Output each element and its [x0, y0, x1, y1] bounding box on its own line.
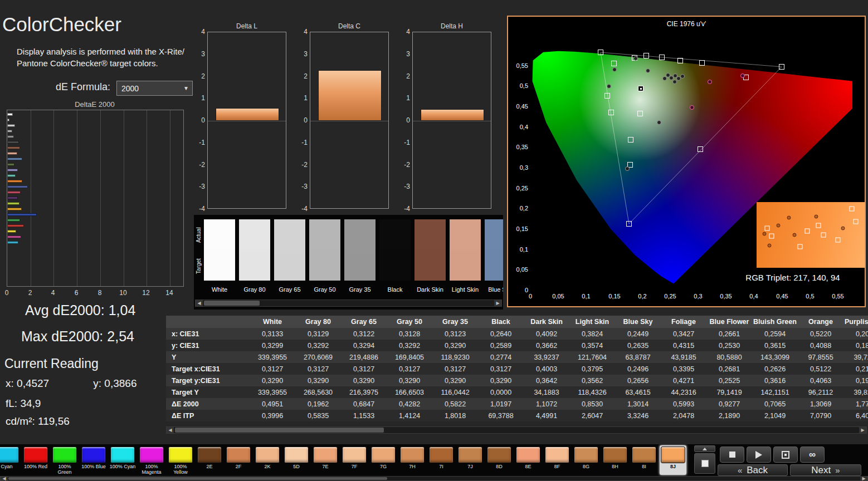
- scroll-right-arrow[interactable]: ▶: [859, 427, 866, 433]
- data-cell: 0,2640: [478, 328, 524, 340]
- axis-tick-label: 4: [396, 28, 410, 36]
- target-button[interactable]: [773, 446, 798, 463]
- axis-tick-label: 14: [161, 289, 178, 297]
- measured-marker: [607, 84, 611, 89]
- play-button[interactable]: [747, 446, 771, 463]
- data-cell: 0,0000: [478, 386, 524, 398]
- swatch-strip-panel: Actual Target WhiteGray 80Gray 65Gray 50…: [194, 215, 503, 310]
- data-cell: 0,2093: [843, 328, 868, 340]
- scroll-thumb[interactable]: [8, 477, 387, 480]
- table-scrollbar[interactable]: ◀▶: [166, 426, 867, 434]
- data-cell: 118,4326: [569, 386, 615, 398]
- data-cell: 1,7704: [843, 398, 868, 410]
- scroll-right-arrow[interactable]: ▶: [494, 300, 501, 306]
- data-cell: 0,3127: [341, 363, 387, 375]
- target-marker: [699, 60, 705, 66]
- data-cell: 97,8555: [798, 351, 843, 363]
- data-cell: 0,4088: [798, 340, 843, 351]
- chart-title: Delta C: [310, 22, 389, 30]
- xy-readout: x: 0,4527 y: 0,3866: [6, 377, 136, 390]
- data-cell: 0,3574: [569, 340, 615, 351]
- measured-marker: [612, 67, 617, 72]
- zero-line: [310, 121, 388, 121]
- axis-tick-label: 0: [396, 116, 410, 124]
- data-cell: 0,3290: [432, 375, 478, 386]
- chart-title: Delta H: [412, 22, 491, 30]
- delta-l-chart: Delta L43210-1-2-3-4: [191, 22, 296, 223]
- x-readout: x: 0,4527: [6, 377, 90, 390]
- data-cell: 0,3127: [387, 363, 432, 375]
- scroll-thumb[interactable]: [204, 301, 260, 306]
- continuous-measure-button[interactable]: ∞: [800, 446, 825, 463]
- target-marker: [698, 146, 703, 152]
- measured-marker: [792, 233, 796, 237]
- axis-tick-label: -1: [293, 139, 308, 146]
- page-scrollbar[interactable]: ◀▶: [0, 476, 868, 481]
- data-cell: 0,5835: [295, 410, 341, 421]
- deltae-bar: [7, 124, 15, 127]
- chart-title: Delta L: [207, 22, 286, 30]
- data-cell: 1,4124: [387, 410, 432, 421]
- deltae-bar: [7, 202, 19, 205]
- measurement-table: WhiteGray 80Gray 65Gray 50Gray 35BlackDa…: [166, 316, 868, 426]
- color-patch: Gray 35: [344, 219, 376, 281]
- axis-tick-label: -2: [293, 161, 308, 169]
- measured-marker: [776, 224, 780, 228]
- data-cell: 0,2774: [478, 351, 524, 363]
- y-value: 0,3866: [104, 377, 136, 389]
- data-cell: 4,4991: [524, 410, 569, 421]
- stop-button[interactable]: [720, 446, 744, 463]
- scroll-thumb[interactable]: [175, 428, 384, 433]
- data-cell: 0,4271: [661, 375, 706, 386]
- target-marker: [849, 206, 854, 211]
- scroll-left-arrow[interactable]: ◀: [196, 300, 203, 306]
- data-cell: 0,3662: [524, 340, 569, 351]
- measured-marker: [625, 166, 630, 171]
- data-cell: 0,3299: [250, 340, 295, 351]
- next-chevron-icon: »: [835, 465, 840, 475]
- dot-icon: [784, 454, 787, 456]
- data-cell: 0,3129: [295, 328, 341, 340]
- column-header: White: [250, 316, 295, 328]
- swatch-strip-scrollbar[interactable]: ◀▶: [195, 300, 502, 307]
- data-cell: 0,2661: [706, 328, 752, 340]
- data-cell: 2,6047: [569, 410, 615, 421]
- data-cell: 1,1072: [524, 398, 569, 410]
- data-cell: 0,3128: [387, 328, 432, 340]
- data-cell: 118,9230: [432, 351, 478, 363]
- axis-tick-label: -3: [191, 183, 205, 190]
- target-swatch: [344, 250, 376, 281]
- back-button[interactable]: « Back: [718, 464, 788, 476]
- data-cell: 6,4021: [843, 410, 868, 421]
- row-label: y: CIE31: [166, 340, 250, 351]
- column-header: Blue Sky: [615, 316, 661, 328]
- data-cell: 63,4615: [615, 386, 661, 398]
- color-patch: White: [204, 219, 235, 281]
- scroll-left-arrow[interactable]: ◀: [167, 427, 174, 433]
- axis-tick-label: 1: [293, 94, 308, 102]
- scroll-up-button[interactable]: [694, 445, 715, 452]
- zero-line: [208, 121, 286, 121]
- actual-swatch: [309, 219, 340, 250]
- data-cell: 0,3290: [432, 340, 478, 351]
- next-button[interactable]: Next »: [790, 464, 861, 476]
- avg-de2000-value: 1,04: [109, 302, 136, 318]
- data-cell: 0,2626: [752, 363, 798, 375]
- color-patch: Blue Sky: [485, 219, 503, 281]
- scroll-left-arrow[interactable]: ◀: [1, 477, 8, 480]
- de-formula-dropdown[interactable]: 2000 ▼: [116, 81, 193, 96]
- colorchecker-window: ColorChecker Display analysis is perform…: [0, 0, 868, 481]
- patch-label: Gray 80: [239, 286, 270, 293]
- rgb-triplet-label: RGB Triplet:: [745, 273, 791, 282]
- pattern-window-button[interactable]: [694, 453, 715, 474]
- axis-tick-label: 0,25: [509, 185, 528, 192]
- scroll-right-arrow[interactable]: ▶: [860, 477, 867, 480]
- swatch-strip: WhiteGray 80Gray 65Gray 50Gray 35BlackDa…: [194, 215, 503, 310]
- cdm2-value: 119,56: [38, 415, 70, 427]
- patch-label: Blue Sky: [485, 286, 503, 293]
- axis-tick-label: -2: [396, 161, 410, 169]
- x-value: 0,4527: [17, 377, 49, 389]
- color-patch: Black: [379, 219, 411, 281]
- axis-tick-label: 0,15: [603, 293, 626, 300]
- deltae-bar: [7, 130, 12, 132]
